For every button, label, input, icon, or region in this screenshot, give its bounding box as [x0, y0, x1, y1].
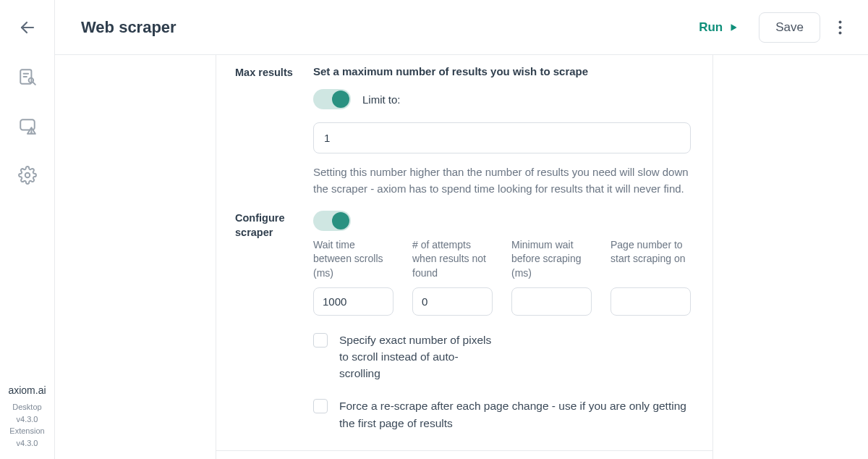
- wait-time-label: Wait time between scrolls (ms): [313, 238, 393, 283]
- sidebar-alert-icon[interactable]: [17, 116, 38, 136]
- svg-point-14: [838, 31, 841, 34]
- configure-grid: Wait time between scrolls (ms) # of atte…: [313, 238, 691, 316]
- attempts-input[interactable]: [412, 287, 493, 316]
- play-icon: [728, 22, 739, 33]
- svg-marker-11: [731, 24, 737, 30]
- sidebar-footer: axiom.ai Desktop v4.3.0 Extension v4.3.0: [0, 383, 54, 449]
- sidebar-search-icon[interactable]: [17, 67, 38, 87]
- content: Max results Set a maximum number of resu…: [55, 55, 868, 459]
- gear-icon: [18, 166, 37, 185]
- configure-scraper-label: Configure scraper: [216, 211, 313, 431]
- desktop-label: Desktop: [0, 401, 54, 413]
- force-rescrape-row: Force a re-scrape after each page change…: [313, 397, 691, 431]
- svg-point-9: [30, 132, 31, 133]
- extension-label: Extension: [0, 425, 54, 437]
- output-section: Output: [216, 450, 712, 459]
- limit-toggle[interactable]: [313, 89, 351, 109]
- min-wait-label: Minimum wait before scraping (ms): [511, 238, 592, 283]
- max-results-label: Max results: [216, 65, 313, 198]
- save-button[interactable]: Save: [759, 12, 820, 43]
- pixels-scroll-row: Specify exact number of pixels to scroll…: [313, 332, 691, 382]
- pixels-scroll-checkbox[interactable]: [313, 333, 328, 348]
- force-rescrape-label: Force a re-scrape after each page change…: [339, 397, 691, 431]
- settings-panel: Max results Set a maximum number of resu…: [216, 55, 713, 459]
- run-button-label: Run: [699, 20, 723, 35]
- page-title: Web scraper: [81, 18, 699, 37]
- arrow-left-icon: [19, 19, 36, 36]
- more-button[interactable]: [833, 17, 846, 38]
- pixels-scroll-label: Specify exact number of pixels to scroll…: [339, 332, 498, 382]
- max-results-heading: Set a maximum number of results you wish…: [313, 65, 691, 77]
- document-search-icon: [18, 67, 37, 86]
- max-results-help: Setting this number higher than the numb…: [313, 164, 691, 198]
- sidebar: axiom.ai Desktop v4.3.0 Extension v4.3.0: [0, 0, 55, 459]
- svg-point-13: [838, 26, 841, 29]
- brand-name: axiom.ai: [0, 383, 54, 398]
- svg-point-12: [838, 20, 841, 23]
- monitor-alert-icon: [18, 117, 37, 135]
- svg-line-5: [33, 83, 35, 85]
- page-number-label: Page number to start scraping on: [610, 238, 691, 283]
- more-vertical-icon: [838, 20, 842, 35]
- svg-point-10: [25, 173, 30, 178]
- page-number-input[interactable]: [610, 287, 691, 316]
- configure-toggle[interactable]: [313, 211, 351, 231]
- attempts-label: # of attempts when results not found: [412, 238, 493, 283]
- limit-input[interactable]: [313, 122, 691, 153]
- back-button[interactable]: [17, 17, 38, 38]
- desktop-version: v4.3.0: [0, 413, 54, 426]
- run-button[interactable]: Run: [699, 20, 739, 35]
- wait-time-input[interactable]: [313, 287, 393, 316]
- extension-version: v4.3.0: [0, 437, 54, 450]
- configure-scraper-section: Configure scraper Wait time between scro…: [216, 211, 712, 445]
- header: Web scraper Run Save: [55, 0, 868, 55]
- sidebar-settings-icon[interactable]: [17, 165, 38, 185]
- limit-toggle-label: Limit to:: [362, 93, 401, 106]
- min-wait-input[interactable]: [511, 287, 592, 316]
- max-results-section: Max results Set a maximum number of resu…: [216, 65, 712, 211]
- force-rescrape-checkbox[interactable]: [313, 399, 328, 413]
